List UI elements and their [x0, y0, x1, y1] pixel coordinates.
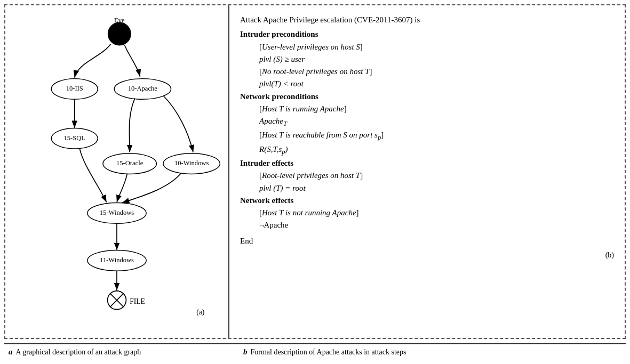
section-network-eff: Network effects	[240, 195, 614, 207]
caption-right: b Formal description of Apache attacks i…	[233, 347, 621, 357]
network-pre-item-3: [Host T is reachable from S on port sp]	[259, 129, 614, 143]
attack-graph-svg: Eve 10-IIS 10-Apache 15-SQL 15-Oracle	[11, 11, 223, 320]
panel-label-b: (b)	[240, 249, 614, 261]
label-windows10: 10-Windows	[174, 159, 209, 167]
section-intruder-pre: Intruder preconditions	[240, 28, 614, 41]
intruder-pre-item-3: [No root-level privileges on host T]	[259, 66, 614, 78]
network-pre-items: [Host T is running Apache] ApacheT [Host…	[240, 103, 614, 157]
network-pre-item-1: [Host T is running Apache]	[259, 103, 614, 115]
intruder-eff-item-1: [Root-level privileges on host T]	[259, 169, 614, 182]
label-apache: 10-Apache	[128, 85, 157, 92]
right-panel: Attack Apache Privilege escalation (CVE-…	[229, 5, 625, 338]
section-network-pre: Network preconditions	[240, 91, 614, 103]
network-eff-item-1: [Host T is not running Apache]	[259, 207, 614, 219]
edge-sql-windows15	[79, 149, 106, 203]
network-eff-item-2: ¬Apache	[259, 219, 614, 231]
caption-letter-a: a	[9, 347, 13, 357]
intruder-pre-items: [User-level privileges on host S] plvl (…	[240, 41, 614, 91]
caption-bar: a A graphical description of an attack g…	[4, 343, 626, 360]
label-iis: 10-IIS	[66, 85, 83, 92]
section-intruder-eff: Intruder effects	[240, 157, 614, 169]
label-windows11: 11-Windows	[100, 256, 134, 264]
panel-label-a: (a)	[196, 308, 204, 317]
label-sql: 15-SQL	[64, 134, 85, 142]
edge-eve-apache	[125, 45, 140, 77]
caption-text-a: A graphical description of an attack gra…	[16, 348, 141, 357]
label-oracle: 15-Oracle	[116, 159, 143, 167]
attack-title: Attack Apache Privilege escalation (CVE-…	[240, 14, 614, 26]
label-windows15: 15-Windows	[100, 209, 134, 216]
caption-left: a A graphical description of an attack g…	[9, 347, 233, 357]
network-pre-item-4: R(S,T,sp)	[259, 143, 614, 157]
left-panel: Eve 10-IIS 10-Apache 15-SQL 15-Oracle	[5, 5, 229, 338]
intruder-eff-item-2: plvl (T) = root	[259, 182, 614, 195]
node-eve	[108, 22, 131, 45]
end-label: End	[240, 235, 614, 247]
edge-oracle-windows15	[117, 174, 127, 202]
caption-text-b: Formal description of Apache attacks in …	[251, 348, 406, 357]
intruder-pre-item-4: plvl(T) < root	[259, 78, 614, 90]
edge-windows10-windows15	[122, 173, 181, 203]
edge-apache-windows10	[163, 96, 193, 152]
network-pre-item-2: ApacheT	[259, 115, 614, 129]
edge-apache-oracle	[129, 98, 134, 152]
intruder-eff-items: [Root-level privileges on host T] plvl (…	[240, 169, 614, 195]
caption-letter-b: b	[243, 347, 248, 357]
label-file: FILE	[130, 297, 145, 305]
label-eve: Eve	[114, 17, 125, 24]
intruder-pre-item-2: plvl (S) ≥ user	[259, 53, 614, 66]
edge-eve-iis	[75, 44, 111, 78]
network-eff-items: [Host T is not running Apache] ¬Apache	[240, 207, 614, 232]
intruder-pre-item-1: [User-level privileges on host S]	[259, 41, 614, 53]
